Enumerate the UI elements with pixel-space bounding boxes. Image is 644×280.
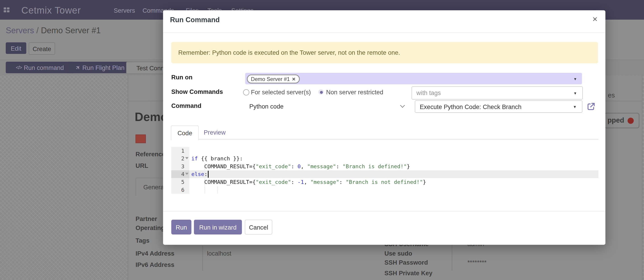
run-command-button[interactable]: </> Run command [6, 62, 74, 73]
server-status-badge[interactable]: pped [604, 113, 640, 128]
dropdown-caret-icon: ▼ [573, 91, 577, 95]
editor-line[interactable]: 5 COMMAND_RESULT={"exit_code": -1, "mess… [171, 178, 598, 186]
run-button[interactable]: Run [171, 220, 191, 234]
tab-code[interactable]: Code [171, 125, 199, 140]
dropdown-caret-icon: ▼ [573, 77, 577, 81]
tab-divider [171, 139, 598, 139]
python-warning-alert: Remember: Python code is executed on the… [171, 42, 598, 64]
external-link-icon[interactable] [586, 102, 596, 111]
field-value: ******** [468, 259, 486, 266]
field-label: Tags [136, 237, 150, 244]
close-icon[interactable]: ✕ [592, 15, 598, 23]
show-commands-label: Show Commands [171, 88, 223, 95]
apps-grid-icon[interactable] [4, 8, 9, 13]
tab-preview[interactable]: Preview [204, 129, 226, 136]
gutter-cell: 4 [171, 170, 189, 178]
fold-arrow-icon[interactable] [185, 157, 188, 159]
gutter-cell: 5 [171, 178, 189, 186]
radio-unselected[interactable] [243, 89, 249, 95]
editor-line[interactable]: 3 COMMAND_RESULT={"exit_code": 0, "messa… [171, 162, 598, 170]
field-label: URL [136, 162, 148, 169]
text-cursor [208, 171, 208, 178]
field-label: Partner [136, 215, 157, 222]
gutter-cell: 3 [171, 162, 189, 170]
gutter-cell: 6 [171, 186, 189, 194]
gutter-cell: 2 [171, 155, 189, 163]
editor-line[interactable]: 6 [171, 186, 598, 194]
select-chevron-icon [400, 103, 405, 108]
field-label: Reference [136, 151, 165, 158]
radio-selected[interactable] [318, 89, 324, 95]
field-label: SSH Private Key [384, 269, 432, 276]
server-color-swatch[interactable] [136, 134, 146, 143]
app-brand: Cetmix Tower [22, 5, 81, 16]
field-label: SSH Password [384, 259, 428, 266]
field-label: IPv4 Address [136, 250, 174, 257]
cancel-button[interactable]: Cancel [245, 220, 272, 234]
breadcrumb-current: Demo Server #1 [41, 26, 101, 35]
dropdown-caret-icon: ▼ [573, 105, 577, 109]
breadcrumb: Servers / Demo Server #1 [6, 26, 101, 36]
command-select[interactable]: Execute Python Code: Check Branch ▼ [415, 100, 582, 113]
stat-button-fragment[interactable]: es [608, 92, 615, 99]
editor-line[interactable]: 2if {{ branch }}: [171, 155, 598, 163]
run-flight-plan-button[interactable]: ✈ Run Flight Plan [66, 62, 134, 73]
screen: Cetmix Tower ServersCommandsFilesToolsSe… [0, 0, 644, 280]
run-on-label: Run on [171, 74, 192, 81]
indent-guide [218, 186, 218, 193]
create-button[interactable]: Create [29, 42, 55, 55]
field-column-divider [202, 246, 203, 271]
modal-footer-divider [163, 211, 606, 211]
with-tags-select[interactable]: with tags ▼ [412, 86, 583, 99]
fold-arrow-icon[interactable] [185, 173, 188, 175]
run-in-wizard-button[interactable]: Run in wizard [194, 220, 242, 234]
field-label: IPv6 Address [136, 261, 174, 268]
radio-label[interactable]: For selected server(s) [251, 88, 311, 95]
field-column-divider [452, 243, 452, 271]
nav-item-servers[interactable]: Servers [114, 7, 135, 14]
field-label: Operating [136, 224, 164, 231]
code-icon: </> [16, 65, 22, 70]
plane-icon: ✈ [74, 63, 82, 71]
indent-guide [204, 186, 205, 193]
breadcrumb-separator: / [36, 26, 38, 35]
status-red-dot [628, 117, 634, 123]
edit-button[interactable]: Edit [6, 42, 26, 54]
status-label-fragment: pped [608, 116, 624, 125]
gutter-cell: 1 [171, 147, 189, 155]
run-command-modal: Run Command ✕ Remember: Python code is e… [163, 10, 606, 245]
editor-line[interactable]: 1 [171, 147, 598, 155]
modal-title: Run Command [170, 16, 220, 24]
command-type-select[interactable]: Python code [245, 100, 410, 112]
server-tag-pill[interactable]: Demo Server #1 ✕ [247, 74, 300, 83]
command-label: Command [171, 102, 201, 109]
run-on-multiselect[interactable]: Demo Server #1 ✕ ▼ [245, 73, 582, 84]
remove-tag-icon[interactable]: ✕ [292, 76, 296, 82]
radio-label[interactable]: Non server restricted [326, 88, 383, 95]
field-label: Use sudo [384, 250, 412, 257]
breadcrumb-parent-link[interactable]: Servers [6, 26, 34, 35]
editor-line[interactable]: 4else: [171, 170, 598, 178]
modal-header-divider [163, 33, 606, 33]
field-value: localhost [207, 250, 232, 257]
code-editor[interactable]: 12if {{ branch }}:3 COMMAND_RESULT={"exi… [171, 147, 598, 204]
